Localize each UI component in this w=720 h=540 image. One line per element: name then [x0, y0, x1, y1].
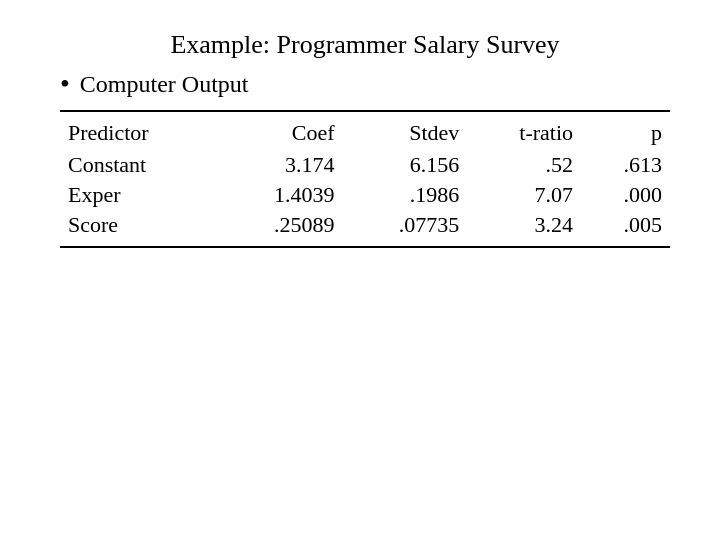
- col-header-stdev: Stdev: [342, 118, 467, 150]
- data-table: Predictor Coef Stdev t-ratio p Constant …: [60, 118, 670, 240]
- cell-coef-0: 3.174: [218, 150, 343, 180]
- col-header-tratio: t-ratio: [467, 118, 581, 150]
- cell-p-1: .000: [581, 180, 670, 210]
- bottom-rule: [60, 246, 670, 248]
- col-header-predictor: Predictor: [60, 118, 218, 150]
- cell-p-2: .005: [581, 210, 670, 240]
- cell-tratio-1: 7.07: [467, 180, 581, 210]
- bullet-text: Computer Output: [80, 71, 249, 98]
- table-header-row: Predictor Coef Stdev t-ratio p: [60, 118, 670, 150]
- cell-coef-1: 1.4039: [218, 180, 343, 210]
- cell-stdev-2: .07735: [342, 210, 467, 240]
- top-rule: [60, 110, 670, 112]
- cell-stdev-0: 6.156: [342, 150, 467, 180]
- cell-tratio-2: 3.24: [467, 210, 581, 240]
- cell-tratio-0: .52: [467, 150, 581, 180]
- table-row: Score .25089 .07735 3.24 .005: [60, 210, 670, 240]
- cell-coef-2: .25089: [218, 210, 343, 240]
- page-container: Example: Programmer Salary Survey • Comp…: [0, 0, 720, 540]
- cell-stdev-1: .1986: [342, 180, 467, 210]
- table-section: Predictor Coef Stdev t-ratio p Constant …: [60, 110, 670, 510]
- page-title: Example: Programmer Salary Survey: [60, 30, 670, 60]
- cell-p-0: .613: [581, 150, 670, 180]
- table-row: Exper 1.4039 .1986 7.07 .000: [60, 180, 670, 210]
- cell-predictor-2: Score: [60, 210, 218, 240]
- col-header-p: p: [581, 118, 670, 150]
- cell-predictor-1: Exper: [60, 180, 218, 210]
- col-header-coef: Coef: [218, 118, 343, 150]
- bullet-icon: •: [60, 70, 70, 98]
- table-row: Constant 3.174 6.156 .52 .613: [60, 150, 670, 180]
- bullet-line: • Computer Output: [60, 70, 670, 98]
- cell-predictor-0: Constant: [60, 150, 218, 180]
